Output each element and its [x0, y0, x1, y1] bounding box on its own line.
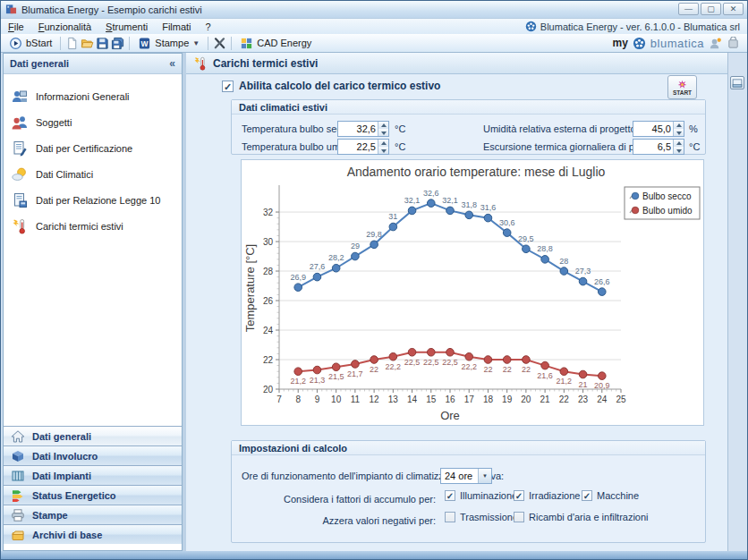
svg-text:23: 23: [578, 395, 589, 404]
svg-text:32: 32: [263, 208, 274, 217]
nav-item-label: Status Energetico: [32, 490, 116, 501]
user-account-icon[interactable]: [709, 37, 722, 50]
sidebar-item-dati-per-relazione-legge-10[interactable]: Dati per Relazione Legge 10: [4, 187, 182, 213]
cad-energy-button[interactable]: CAD Energy: [236, 36, 315, 51]
hours-dropdown[interactable]: 24 ore ▼: [440, 468, 492, 484]
spin-up-icon[interactable]: [674, 122, 684, 129]
spinner: [673, 122, 684, 136]
doc-legge-icon: [12, 192, 28, 208]
svg-text:28: 28: [559, 257, 568, 266]
window-title: Blumatica Energy - Esempio carichi estiv…: [21, 4, 202, 15]
svg-text:25: 25: [616, 395, 626, 404]
sidebar: Dati generali « Informazioni GeneraliSog…: [3, 53, 183, 551]
menu-item-strumenti[interactable]: Strumenti: [98, 21, 155, 33]
svg-text:32,1: 32,1: [442, 196, 458, 205]
menu-item-funzionalit[interactable]: Funzionalità: [31, 21, 98, 33]
brand-name: blumatica: [650, 37, 704, 50]
svg-text:18: 18: [483, 395, 494, 404]
checkbox-irradiazione[interactable]: ✓Irradiazione: [514, 490, 580, 501]
enable-calc-row: ✓ Abilita calcolo del carico termico est…: [222, 80, 440, 92]
menu-item-file[interactable]: File: [1, 21, 31, 33]
menu-item-filmati[interactable]: Filmati: [155, 21, 198, 33]
svg-text:31,8: 31,8: [461, 200, 477, 209]
minimize-icon[interactable]: —: [678, 3, 699, 15]
new-file-icon[interactable]: [65, 37, 79, 50]
svg-text:Temperature [°C]: Temperature [°C]: [243, 244, 257, 332]
checkbox-trasmissione[interactable]: Trasmissione: [445, 512, 518, 522]
open-folder-icon[interactable]: [81, 37, 94, 50]
checkbox-box[interactable]: [445, 512, 455, 522]
cad-energy-label: CAD Energy: [257, 38, 311, 48]
checkbox-box[interactable]: ✓: [582, 490, 592, 501]
dock-panel-button[interactable]: [730, 76, 744, 89]
impianti-icon: [11, 469, 25, 483]
svg-text:Ore: Ore: [440, 409, 460, 422]
checkbox-box[interactable]: ✓: [514, 490, 524, 501]
sidebar-item-dati-climatici[interactable]: Dati Climatici: [4, 161, 182, 187]
spin-up-icon[interactable]: [378, 140, 388, 147]
sidebar-item-carichi-termici-estivi[interactable]: Carichi termici estivi: [4, 213, 182, 239]
checkbox-box[interactable]: ✓: [445, 490, 455, 501]
nav-item-dati-impianti[interactable]: Dati Impianti: [4, 465, 182, 485]
sidebar-item-soggetti[interactable]: Soggetti: [4, 109, 182, 135]
nav-item-stampe[interactable]: Stampe: [4, 505, 182, 524]
sidebar-item-dati-per-certificazione[interactable]: Dati per Certificazione: [4, 135, 182, 161]
checkbox-illuminazione[interactable]: ✓Illuminazione: [445, 490, 517, 501]
spinner: [378, 122, 388, 136]
menu-item-[interactable]: ?: [199, 21, 218, 33]
sidebar-item-informazioni-generali[interactable]: Informazioni Generali: [4, 83, 182, 109]
page-header: Carichi termici estivi: [186, 53, 727, 74]
svg-text:21: 21: [540, 395, 551, 404]
umidita-relativa-esterna-input[interactable]: [633, 122, 673, 136]
checkbox-ricambi-d-aria-e-infiltrazioni[interactable]: Ricambi d'aria e infiltrazioni: [514, 512, 649, 522]
delete-tools-icon[interactable]: [213, 37, 226, 50]
cart-icon[interactable]: [727, 37, 740, 50]
escursione-termica-giornaliera-input[interactable]: [633, 140, 673, 154]
svg-text:32,6: 32,6: [423, 189, 439, 198]
temperatura-bulbo-umido-field: [337, 139, 389, 155]
checkbox-box[interactable]: [514, 512, 524, 522]
maximize-icon[interactable]: ▢: [701, 3, 721, 15]
svg-text:Andamento orario temperature:: Andamento orario temperature: mese di Lu…: [347, 165, 606, 179]
nav-item-dati-involucro[interactable]: Dati Involucro: [4, 445, 182, 465]
start-button[interactable]: START: [667, 75, 697, 99]
sidebar-nav: Dati generaliDati InvolucroDati Impianti…: [4, 426, 182, 550]
collapse-sidebar-icon[interactable]: «: [169, 57, 175, 70]
svg-text:32,1: 32,1: [404, 196, 421, 205]
svg-text:30: 30: [263, 237, 274, 247]
svg-text:21,6: 21,6: [537, 371, 553, 380]
save-all-icon[interactable]: [111, 37, 124, 50]
nav-item-dati-generali[interactable]: Dati generali: [4, 426, 182, 445]
spin-down-icon[interactable]: [674, 129, 684, 136]
temperature-chart: 2022242628303278910111213141516171819202…: [241, 159, 704, 426]
sidebar-item-label: Dati per Relazione Legge 10: [36, 195, 160, 206]
stampe-button[interactable]: W Stampe ▼: [134, 36, 203, 51]
nav-item-status-energetico[interactable]: Status Energetico: [4, 485, 182, 505]
user-desk-icon: [12, 89, 28, 105]
svg-text:15: 15: [426, 395, 437, 404]
spin-down-icon[interactable]: [674, 147, 684, 154]
svg-text:31: 31: [388, 212, 397, 221]
svg-text:8: 8: [295, 395, 301, 404]
nav-item-archivi-di-base[interactable]: Archivi di base: [4, 524, 182, 544]
spin-up-icon[interactable]: [674, 140, 684, 147]
spin-up-icon[interactable]: [378, 122, 388, 129]
temperatura-bulbo-umido-unit: °C: [395, 139, 405, 155]
toolbar-separator: [231, 37, 232, 50]
svg-text:22: 22: [483, 365, 492, 374]
enable-calc-checkbox[interactable]: ✓: [222, 81, 234, 92]
checkbox-macchine[interactable]: ✓Macchine: [582, 490, 639, 501]
spin-down-icon[interactable]: [378, 129, 388, 136]
save-icon[interactable]: [96, 37, 109, 50]
spin-down-icon[interactable]: [378, 147, 388, 154]
svg-text:24: 24: [263, 326, 274, 335]
svg-text:Bulbo secco: Bulbo secco: [642, 191, 692, 201]
temperatura-bulbo-umido-input[interactable]: [338, 140, 378, 154]
bstart-button[interactable]: bStart: [5, 36, 55, 51]
thermo-icon: [12, 218, 28, 234]
close-icon[interactable]: ✕: [723, 3, 744, 15]
svg-text:20: 20: [263, 385, 274, 395]
svg-text:21,5: 21,5: [328, 372, 344, 381]
temperatura-bulbo-secco-input[interactable]: [338, 122, 378, 136]
version-text: Blumatica Energy - ver. 6.1.0.0 - Blumat…: [540, 21, 740, 32]
